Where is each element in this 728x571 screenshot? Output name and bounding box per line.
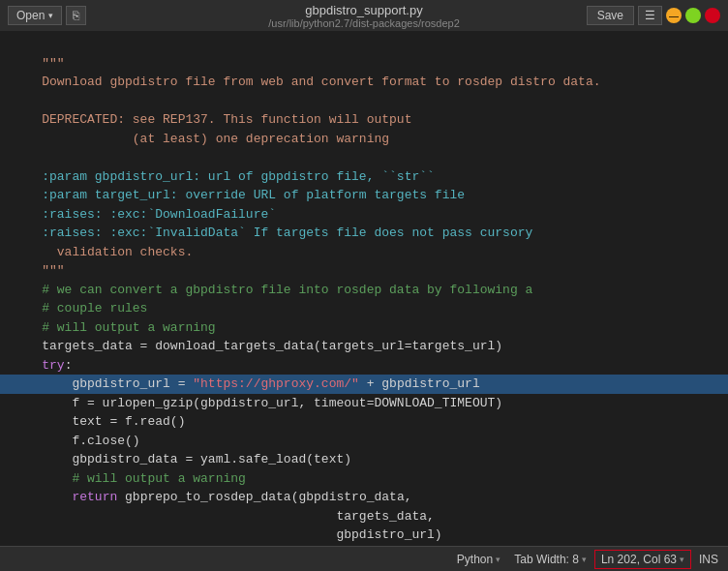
minimize-icon: — [669, 11, 679, 21]
ins-status: INS [693, 550, 724, 569]
ins-label: INS [699, 553, 718, 566]
python-chevron-icon: ▾ [496, 555, 500, 564]
tab-width-status[interactable]: Tab Width: 8 ▾ [508, 550, 592, 569]
line-col-status[interactable]: Ln 202, Col 63 ▾ [594, 550, 691, 569]
hamburger-icon: ☰ [645, 9, 655, 22]
chevron-down-icon: ▾ [48, 11, 53, 20]
window-controls: — [666, 8, 720, 23]
file-path: /usr/lib/python2.7/dist-packages/rosdep2 [268, 17, 460, 29]
tab-width-chevron-icon: ▾ [582, 555, 587, 564]
file-icon: ⎘ [73, 9, 79, 22]
ln-col-chevron-icon: ▾ [680, 555, 684, 564]
minimize-button[interactable]: — [666, 8, 682, 23]
title-center: gbpdistro_support.py /usr/lib/python2.7/… [268, 3, 460, 29]
title-left: Open ▾ ⎘ [8, 6, 86, 25]
close-button[interactable] [705, 8, 720, 23]
python-label: Python [457, 553, 493, 566]
status-bar: Python ▾ Tab Width: 8 ▾ Ln 202, Col 63 ▾… [0, 546, 728, 571]
toolbar-icon-button[interactable]: ⎘ [66, 6, 86, 25]
code-content: """ Download gbpdistro file from web and… [0, 35, 728, 546]
save-button[interactable]: Save [587, 6, 634, 25]
code-editor[interactable]: """ Download gbpdistro file from web and… [0, 31, 728, 546]
title-right: Save ☰ — [587, 6, 720, 25]
maximize-button[interactable] [685, 8, 701, 23]
menu-button[interactable]: ☰ [638, 6, 662, 25]
line-docstring: """ Download gbpdistro file from web and… [12, 56, 728, 547]
open-button[interactable]: Open ▾ [8, 6, 62, 25]
ln-col-label: Ln 202, Col 63 [601, 553, 677, 566]
open-label: Open [16, 9, 45, 22]
title-bar: Open ▾ ⎘ gbpdistro_support.py /usr/lib/p… [0, 0, 728, 31]
file-title: gbpdistro_support.py [305, 3, 422, 17]
tab-width-label: Tab Width: 8 [514, 553, 579, 566]
python-status[interactable]: Python ▾ [451, 550, 506, 569]
